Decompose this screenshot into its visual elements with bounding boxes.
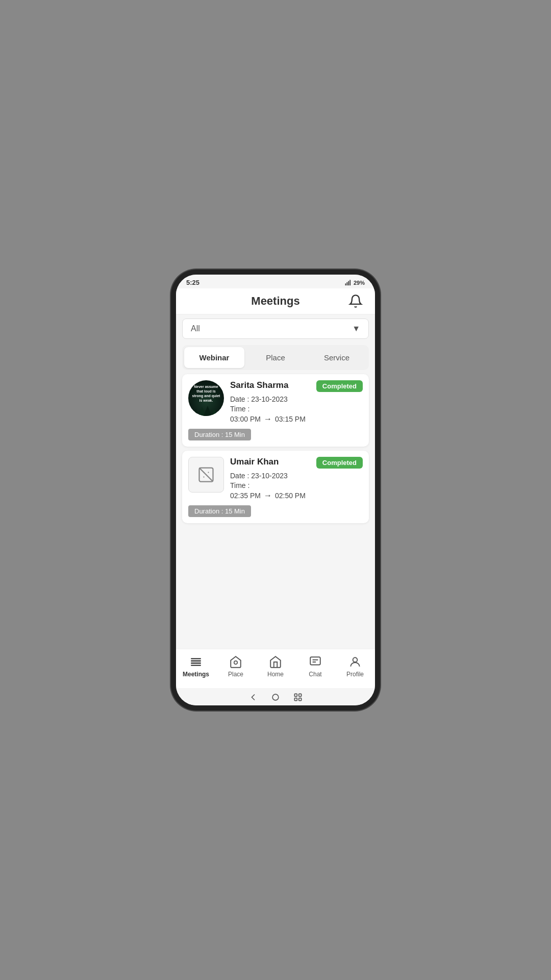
bottom-nav: Meetings Place Home Chat <box>176 649 375 688</box>
filter-value: All <box>191 324 200 333</box>
svg-point-19 <box>353 657 358 662</box>
nav-home[interactable]: Home <box>256 653 295 680</box>
home-gesture-icon <box>270 692 281 702</box>
svg-rect-0 <box>345 283 346 285</box>
status-badge: Completed <box>316 457 363 469</box>
svg-rect-22 <box>299 694 302 696</box>
duration-badge: Duration : 15 Min <box>188 505 251 517</box>
person-name: Sarita Sharma <box>230 380 288 390</box>
notification-bell-button[interactable] <box>346 292 365 310</box>
nav-place[interactable]: Place <box>216 653 256 680</box>
status-time: 5:25 <box>186 279 199 286</box>
svg-rect-16 <box>310 657 320 665</box>
card-info: Umair Khan Completed Date : 23-10-2023 T… <box>230 457 363 500</box>
back-icon <box>248 692 258 702</box>
profile-icon <box>348 655 362 669</box>
tabs-container: Webinar Place Service <box>182 345 369 370</box>
card-header-row: Umair Khan Completed <box>230 457 363 469</box>
svg-point-15 <box>234 661 238 665</box>
place-icon <box>229 655 242 669</box>
meeting-card[interactable]: Never assumethat loud isstrong and quiet… <box>182 374 369 447</box>
time-end: 03:15 PM <box>275 415 306 423</box>
home-bar <box>176 688 375 705</box>
avatar-placeholder <box>188 457 224 493</box>
tab-webinar[interactable]: Webinar <box>184 347 244 368</box>
battery-text: 29% <box>354 280 365 286</box>
nav-profile-label: Profile <box>346 671 364 678</box>
tab-service[interactable]: Service <box>307 347 367 368</box>
time-end: 02:50 PM <box>275 492 306 500</box>
card-top: Never assumethat loud isstrong and quiet… <box>188 380 363 424</box>
svg-rect-2 <box>348 281 349 285</box>
avatar: Never assumethat loud isstrong and quiet… <box>188 380 224 416</box>
signal-icon <box>345 279 352 286</box>
card-top: Umair Khan Completed Date : 23-10-2023 T… <box>188 457 363 500</box>
tab-place[interactable]: Place <box>245 347 306 368</box>
person-name: Umair Khan <box>230 457 279 467</box>
nav-profile[interactable]: Profile <box>335 653 375 680</box>
svg-marker-7 <box>211 409 217 416</box>
svg-marker-6 <box>204 406 212 416</box>
nav-place-label: Place <box>228 671 243 678</box>
nav-meetings-label: Meetings <box>183 671 209 678</box>
meeting-time-label: Time : <box>230 481 363 489</box>
svg-rect-24 <box>299 698 302 701</box>
card-info: Sarita Sharma Completed Date : 23-10-202… <box>230 380 363 424</box>
svg-rect-1 <box>346 282 347 285</box>
nav-home-label: Home <box>267 671 284 678</box>
phone-frame: 5:25 29% Meetings All ▼ <box>176 275 375 705</box>
meetings-list: Never assumethat loud isstrong and quiet… <box>176 374 375 523</box>
header: Meetings <box>176 288 375 314</box>
svg-rect-3 <box>349 280 350 285</box>
svg-rect-21 <box>294 694 297 696</box>
meeting-card[interactable]: Umair Khan Completed Date : 23-10-2023 T… <box>182 451 369 523</box>
meeting-time-range: 02:35 PM → 02:50 PM <box>230 491 363 500</box>
time-start: 03:00 PM <box>230 415 261 423</box>
meetings-icon <box>189 655 203 669</box>
home-button[interactable] <box>269 691 282 703</box>
svg-marker-8 <box>216 410 221 416</box>
status-bar: 5:25 29% <box>176 275 375 288</box>
bell-icon <box>348 294 363 308</box>
card-header-row: Sarita Sharma Completed <box>230 380 363 392</box>
time-start: 02:35 PM <box>230 492 261 500</box>
meeting-date: Date : 23-10-2023 <box>230 395 363 403</box>
no-image-icon <box>197 465 215 484</box>
back-button[interactable] <box>247 691 259 703</box>
nav-chat[interactable]: Chat <box>295 653 335 680</box>
meeting-date: Date : 23-10-2023 <box>230 472 363 480</box>
main-content: Meetings All ▼ Webinar Place Service <box>176 288 375 649</box>
page-title: Meetings <box>251 295 299 308</box>
svg-marker-4 <box>193 409 198 416</box>
svg-rect-23 <box>294 698 297 701</box>
meeting-time-label: Time : <box>230 405 363 413</box>
avatar-trees-decoration <box>188 405 224 416</box>
duration-badge: Duration : 15 Min <box>188 429 251 440</box>
status-icons: 29% <box>345 279 365 286</box>
chevron-down-icon: ▼ <box>352 324 360 333</box>
meeting-time-range: 03:00 PM → 03:15 PM <box>230 414 363 424</box>
chat-icon <box>309 655 322 669</box>
status-badge: Completed <box>316 380 363 392</box>
arrow-icon: → <box>264 491 272 500</box>
svg-line-10 <box>199 468 213 482</box>
recents-button[interactable] <box>292 691 304 703</box>
svg-point-20 <box>272 694 279 700</box>
recents-icon <box>293 692 303 702</box>
arrow-icon: → <box>264 414 272 424</box>
home-icon <box>269 655 282 669</box>
filter-dropdown[interactable]: All ▼ <box>182 318 369 339</box>
nav-chat-label: Chat <box>309 671 321 678</box>
nav-meetings[interactable]: Meetings <box>176 653 216 680</box>
